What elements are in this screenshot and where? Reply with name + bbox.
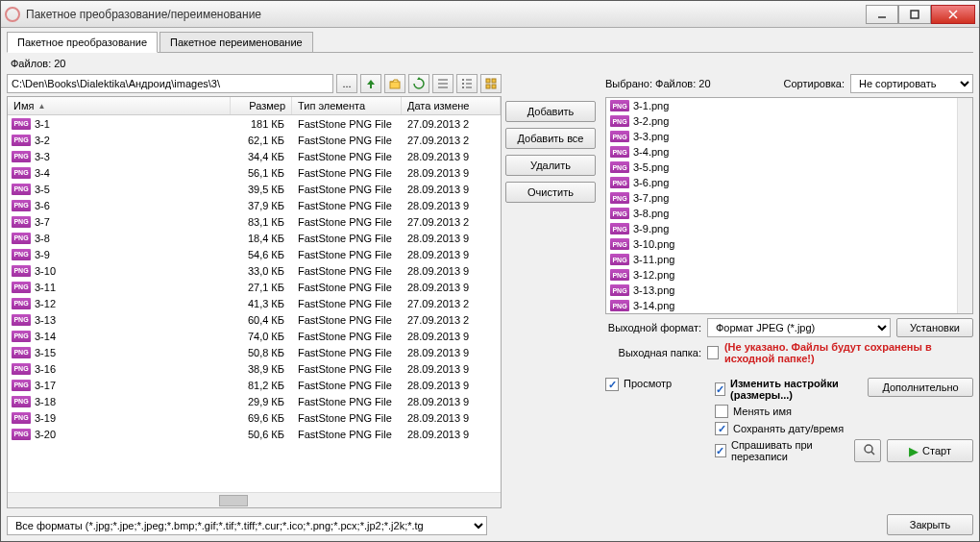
remove-button[interactable]: Удалить — [505, 155, 596, 176]
list-item[interactable]: PNG3-4.png — [606, 144, 972, 160]
app-icon — [5, 7, 20, 22]
table-row[interactable]: PNG3-1638,9 КБFastStone PNG File28.09.20… — [8, 360, 501, 377]
output-folder-label: Выходная папка: — [605, 347, 701, 358]
sort-label: Сортировка: — [784, 78, 845, 89]
keep-date-label: Сохранять дату/время — [733, 423, 844, 434]
table-row[interactable]: PNG3-1781,2 КБFastStone PNG File28.09.20… — [8, 377, 501, 393]
list-item[interactable]: PNG3-7.png — [606, 190, 972, 206]
svg-rect-1 — [911, 11, 919, 18]
path-input[interactable] — [7, 74, 333, 93]
svg-rect-15 — [492, 79, 496, 83]
svg-rect-14 — [486, 79, 490, 83]
table-row[interactable]: PNG3-539,5 КБFastStone PNG File28.09.201… — [8, 181, 501, 197]
list-header[interactable]: Имя ▲ Размер Тип элемента Дата измене — [8, 97, 501, 115]
list-item[interactable]: PNG3-11.png — [606, 252, 972, 267]
table-row[interactable]: PNG3-1474,0 КБFastStone PNG File28.09.20… — [8, 328, 501, 344]
list-item[interactable]: PNG3-13.png — [606, 283, 972, 298]
col-header-date[interactable]: Дата измене — [402, 97, 501, 114]
view-thumbs-icon[interactable] — [480, 74, 502, 93]
titlebar: Пакетное преобразование/переименование — [1, 1, 979, 28]
table-row[interactable]: PNG3-1241,3 КБFastStone PNG File27.09.20… — [8, 295, 501, 311]
list-item[interactable]: PNG3-5.png — [606, 160, 972, 175]
col-header-size[interactable]: Размер — [231, 97, 292, 114]
table-row[interactable]: PNG3-1969,6 КБFastStone PNG File28.09.20… — [8, 409, 501, 426]
clear-button[interactable]: Очистить — [505, 182, 596, 203]
table-row[interactable]: PNG3-637,9 КБFastStone PNG File28.09.201… — [8, 197, 501, 213]
table-row[interactable]: PNG3-2050,6 КБFastStone PNG File28.09.20… — [8, 426, 501, 442]
list-item[interactable]: PNG3-9.png — [606, 221, 972, 236]
preview-label: Просмотр — [624, 378, 672, 389]
table-row[interactable]: PNG3-456,1 КБFastStone PNG File28.09.201… — [8, 164, 501, 181]
add-all-button[interactable]: Добавить все — [505, 128, 596, 149]
png-file-icon: PNG — [610, 254, 629, 265]
file-count-label: Файлов: 20 — [7, 56, 973, 71]
list-item[interactable]: PNG3-2.png — [606, 113, 972, 129]
selected-count-label: Выбрано: Файлов: 20 — [605, 78, 711, 89]
table-row[interactable]: PNG3-818,4 КБFastStone PNG File28.09.201… — [8, 230, 501, 246]
png-file-icon: PNG — [12, 265, 31, 277]
png-file-icon: PNG — [12, 282, 31, 293]
play-icon: ▶ — [909, 444, 919, 458]
ask-overwrite-checkbox[interactable] — [715, 444, 726, 457]
resize-label: Изменить настройки (размеры...) — [730, 378, 848, 401]
list-item[interactable]: PNG3-14.png — [606, 298, 972, 313]
png-file-icon: PNG — [610, 192, 629, 204]
list-item[interactable]: PNG3-1.png — [606, 98, 972, 113]
close-window-button[interactable]: Закрыть — [887, 514, 973, 535]
settings-button[interactable]: Установки — [896, 318, 973, 337]
png-file-icon: PNG — [610, 300, 629, 311]
advanced-button[interactable]: Дополнительно — [868, 378, 973, 397]
browse-button[interactable]: ... — [336, 74, 357, 93]
resize-checkbox[interactable] — [715, 382, 725, 396]
new-folder-icon[interactable] — [384, 74, 405, 93]
format-filter-select[interactable]: Все форматы (*.jpg;*.jpe;*.jpeg;*.bmp;*.… — [7, 516, 487, 535]
vertical-scrollbar[interactable] — [957, 98, 972, 313]
png-file-icon: PNG — [12, 331, 31, 342]
table-row[interactable]: PNG3-1829,9 КБFastStone PNG File28.09.20… — [8, 393, 501, 409]
horizontal-scrollbar[interactable] — [8, 492, 501, 507]
table-row[interactable]: PNG3-334,4 КБFastStone PNG File28.09.201… — [8, 148, 501, 164]
selected-file-list[interactable]: PNG3-1.pngPNG3-2.pngPNG3-3.pngPNG3-4.png… — [605, 97, 973, 314]
close-button[interactable] — [931, 5, 975, 24]
table-row[interactable]: PNG3-1033,0 КБFastStone PNG File28.09.20… — [8, 262, 501, 279]
preview-zoom-button[interactable] — [854, 439, 881, 462]
up-folder-icon[interactable] — [360, 74, 381, 93]
preview-checkbox[interactable] — [605, 378, 619, 391]
tab-convert[interactable]: Пакетное преобразование — [7, 32, 158, 53]
list-item[interactable]: PNG3-6.png — [606, 175, 972, 190]
add-button[interactable]: Добавить — [505, 101, 596, 122]
view-details-icon[interactable] — [456, 74, 478, 93]
source-file-list[interactable]: Имя ▲ Размер Тип элемента Дата измене PN… — [7, 96, 502, 508]
png-file-icon: PNG — [12, 363, 31, 375]
minimize-button[interactable] — [866, 5, 898, 24]
list-item[interactable]: PNG3-12.png — [606, 267, 972, 283]
tab-rename[interactable]: Пакетное переименование — [159, 32, 313, 52]
sort-select[interactable]: Не сортировать — [850, 74, 973, 93]
view-list-icon[interactable] — [432, 74, 453, 93]
rename-checkbox[interactable] — [715, 405, 728, 418]
output-format-select[interactable]: Формат JPEG (*.jpg) — [707, 318, 891, 337]
keep-date-checkbox[interactable] — [715, 422, 728, 435]
table-row[interactable]: PNG3-954,6 КБFastStone PNG File28.09.201… — [8, 246, 501, 262]
refresh-icon[interactable] — [408, 74, 429, 93]
table-row[interactable]: PNG3-783,1 КБFastStone PNG File27.09.201… — [8, 213, 501, 230]
start-button[interactable]: ▶Старт — [887, 439, 973, 462]
list-item[interactable]: PNG3-3.png — [606, 129, 972, 144]
png-file-icon: PNG — [12, 298, 31, 309]
png-file-icon: PNG — [12, 200, 31, 211]
col-header-type[interactable]: Тип элемента — [292, 97, 402, 114]
table-row[interactable]: PNG3-1127,1 КБFastStone PNG File28.09.20… — [8, 279, 501, 295]
col-header-name[interactable]: Имя — [13, 100, 34, 111]
table-row[interactable]: PNG3-262,1 КБFastStone PNG File27.09.201… — [8, 132, 501, 148]
png-file-icon: PNG — [610, 208, 629, 219]
table-row[interactable]: PNG3-1550,8 КБFastStone PNG File28.09.20… — [8, 344, 501, 360]
png-file-icon: PNG — [12, 380, 31, 391]
output-folder-checkbox[interactable] — [707, 346, 719, 359]
table-row[interactable]: PNG3-1181 КБFastStone PNG File27.09.2013… — [8, 115, 501, 132]
list-item[interactable]: PNG3-10.png — [606, 236, 972, 252]
png-file-icon: PNG — [12, 184, 31, 195]
maximize-button[interactable] — [898, 5, 931, 24]
table-row[interactable]: PNG3-1360,4 КБFastStone PNG File27.09.20… — [8, 311, 501, 328]
png-file-icon: PNG — [12, 118, 31, 130]
list-item[interactable]: PNG3-8.png — [606, 206, 972, 221]
